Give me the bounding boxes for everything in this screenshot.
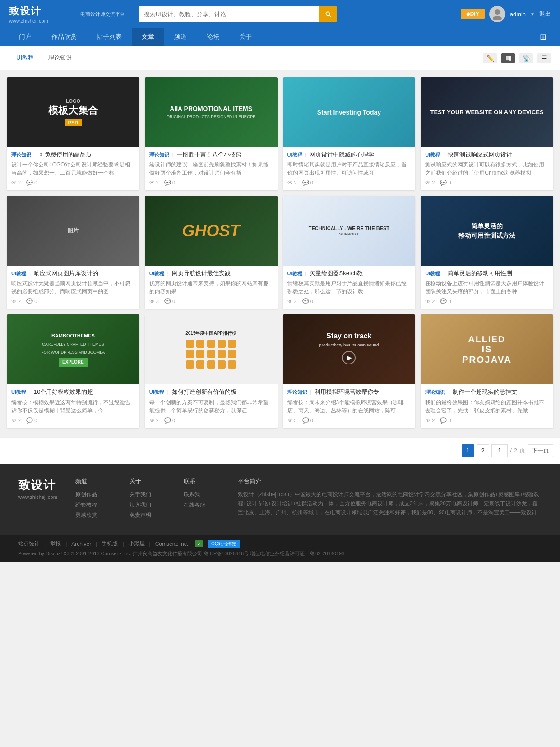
search-input[interactable] [139,6,319,22]
card-item[interactable]: 2015年度中国APP排行榜 UI教程 | 如何打造创新有价值的极 每一个创新的… [145,314,278,428]
card-meta: 理论知识 | 可免费使用的高品质 [11,151,135,159]
comment-icon: 💬 [26,180,33,186]
footer-copyright: Powered by Discuz! X3 © 2001-2013 Comsen… [18,550,542,557]
nav-item-作品欣赏[interactable]: 作品欣赏 [42,28,87,46]
search-area [139,6,337,22]
nav-item-论坛[interactable]: 论坛 [197,28,229,46]
comment-number: 0 [310,299,313,304]
view-number: 2 [432,418,435,423]
view-count: 👁 2 [425,180,435,186]
comment-count: 💬 0 [164,417,175,424]
card-item[interactable]: ALLIEDISPROJAVA 理论知识 | 制作一个超现实的悬挂文 我们的最终… [421,314,553,428]
card-body: 理论知识 | 一图胜千言！八个小技窍 绘设计师的建议：绘图前先刷急整找素材！如果… [145,147,278,190]
footer-link-original[interactable]: 原创作品 [75,491,111,498]
page-input[interactable] [491,444,508,457]
page-2-button[interactable]: 2 [477,444,489,457]
next-page-button[interactable]: 下一页 [528,444,553,457]
card-meta: 理论知识 | 制作一个超现实的悬挂文 [425,388,549,396]
card-sep: | [29,271,31,276]
card-item[interactable]: Start Investing Today UI教程 | 网页设计中隐藏的心理学… [283,77,416,190]
card-meta: UI教程 | 如何打造创新有价值的极 [149,388,273,396]
footer-link-disclaimer[interactable]: 免责声明 [130,512,166,519]
card-desc: 即时情绪其实就是用户对于产品直接情绪反应，当你的网页出现可用性、可访问性或可 [287,161,411,177]
card-sep: | [443,152,444,157]
footer-link-blacklist[interactable]: 小黑屋 [129,540,145,548]
edit-icon[interactable]: ✏️ [483,53,497,63]
footer-channels-title: 频道 [75,477,111,485]
footer-logo: 致设计 www.zhisheji.com [18,477,57,522]
page-1-button[interactable]: 1 [462,444,474,457]
nav-item-门户[interactable]: 门户 [9,28,42,46]
card-image: TECHNICALLY - WE'RE THE BESTSUPPORT [283,196,416,266]
card-item[interactable]: AIIA PROMOTIONAL ITEMSORIGINAL PRODUCTS … [145,77,278,190]
nav-item-帖子列表[interactable]: 帖子列表 [87,28,132,46]
grid-icon[interactable]: ▦ [501,53,515,63]
footer-link-report[interactable]: 举报 [50,540,61,548]
card-tag: 理论知识 [11,152,31,157]
footer-sep2: | [65,541,67,547]
card-desc: 在移动设备上进行可用性测试是大多用户体验设计团队关注又头疼的部分，市面上的各种 [425,279,549,295]
card-stats: 👁 2 💬 0 [425,417,549,424]
view-count: 👁 2 [149,180,159,186]
card-item[interactable]: Stay on trackproductivity has its own so… [283,314,416,428]
tab-理论知识[interactable]: 理论知识 [41,51,79,65]
footer-contact: 联系 联系我 在线客服 [184,477,220,522]
card-item[interactable]: 简单灵活的移动可用性测试方法 UI教程 | 简单灵活的移动可用性测 在移动设备上… [421,196,553,309]
tab-UI教程[interactable]: UI教程 [9,51,41,65]
diy-button[interactable]: ◆DIY [461,9,485,19]
card-body: UI教程 | 网页导航设计最佳实践 优秀的网页设计通常来支持，如果你的网站来有趣… [145,266,278,309]
card-image: 图片 [7,196,139,266]
comment-icon: 💬 [302,180,309,186]
footer-about-title: 关于 [130,477,166,485]
nav-item-关于[interactable]: 关于 [229,28,262,46]
card-title: 如何打造创新有价值的极 [172,388,236,395]
logout-button[interactable]: 退出 [539,10,551,18]
card-item[interactable]: TECHNICALLY - WE'RE THE BESTSUPPORT UI教程… [283,196,416,309]
card-body: UI教程 | 快速测试响应式网页设计 测试响应式的网页设计可以有很多方式，比如使… [421,147,553,190]
search-button[interactable] [319,6,337,22]
card-item[interactable]: GHOST UI教程 | 网页导航设计最佳实践 优秀的网页设计通常来支持，如果你… [145,196,278,309]
card-stats: 👁 2 💬 0 [149,180,273,186]
svg-point-0 [495,9,500,15]
footer-link-comsenz[interactable]: Comsenz Inc. [155,541,188,547]
card-body: UI教程 | 10个用好模糊效果的超 编者按：模糊效果近这两年特别流行，不过经验… [7,384,139,428]
footer-link-aboutus[interactable]: 关于我们 [130,491,166,498]
dropdown-arrow[interactable]: ▼ [530,12,535,17]
footer-intro: 平台简介 致设计（zhisheji.com）中国最大的电商设计师交流平台，最活跃… [238,477,542,522]
menu-icon[interactable]: ☰ [537,53,551,63]
comment-icon: 💬 [164,417,171,424]
nav-item-文章[interactable]: 文章 [132,28,164,46]
card-item[interactable]: TEST YOUR WEBSITE ON ANY DEVICES UI教程 | … [421,77,553,190]
card-item[interactable]: 图片 UI教程 | 响应式网页图片库设计的 响应式设计无疑是当前网页设计领域当中… [7,196,139,309]
card-meta: UI教程 | 响应式网页图片库设计的 [11,269,135,277]
footer-link-tutorial[interactable]: 经验教程 [75,501,111,509]
card-sep: | [29,389,31,395]
footer-link-stats[interactable]: 站点统计 [18,540,40,548]
footer-link-joinus[interactable]: 加入我们 [130,501,166,509]
card-desc: 响应式设计无疑是当前网页设计领域当中，不可忽视的必要组成部分。而响应式网页中的图 [11,279,135,295]
view-count: 👁 2 [11,298,21,304]
view-number: 3 [294,418,297,423]
card-image: LOGO模板大集合PSD [7,77,139,147]
footer-link-inspiration[interactable]: 灵感欣赏 [75,512,111,519]
card-sep: | [305,271,307,276]
card-image: Stay on trackproductivity has its own so… [283,314,416,384]
card-stats: 👁 3 💬 0 [287,417,411,424]
card-stats: 👁 2 💬 0 [425,180,549,186]
comment-icon: 💬 [440,417,447,424]
footer-link-contact[interactable]: 联系我 [184,491,220,498]
view-number: 2 [18,180,21,185]
nav-grid-icon[interactable]: ⊞ [535,28,551,46]
rss-icon[interactable]: 📡 [519,53,533,63]
page-separator: / [510,447,512,454]
card-body: UI教程 | 响应式网页图片库设计的 响应式设计无疑是当前网页设计领域当中，不可… [7,266,139,309]
nav-item-频道[interactable]: 频道 [164,28,197,46]
card-item[interactable]: LOGO模板大集合PSD 理论知识 | 可免费使用的高品质 设计一个你公司LOG… [7,77,139,190]
verified-badge: ✓ [195,540,203,547]
footer-link-online-service[interactable]: 在线客服 [184,501,220,509]
footer-link-mobile[interactable]: 手机版 [102,540,118,548]
card-item[interactable]: BAMBOOTHEMESCAREFULLY CRAFTED THEMESFOR … [7,314,139,428]
card-meta: UI教程 | 网页设计中隐藏的心理学 [287,151,411,159]
card-tag: UI教程 [149,389,164,395]
footer-link-archiver[interactable]: Archiver [71,541,91,547]
